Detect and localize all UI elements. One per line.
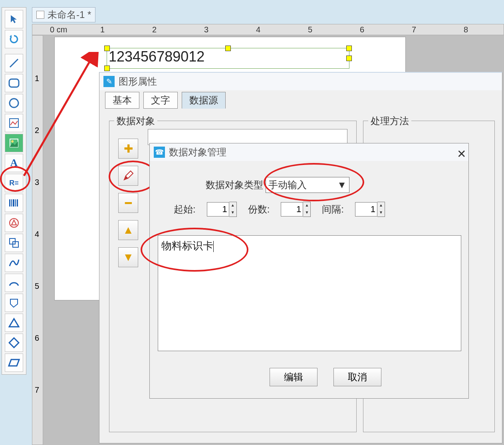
parallelogram-tool[interactable] xyxy=(5,354,23,372)
resize-handle-tm[interactable] xyxy=(225,46,231,51)
copies-label: 份数: xyxy=(248,203,270,216)
data-text-area[interactable]: 物料标识卡 xyxy=(158,235,461,351)
cancel-button[interactable]: 取消 xyxy=(333,368,381,386)
tab-text[interactable]: 文字 xyxy=(143,92,178,109)
richtext-tool[interactable]: R≡ xyxy=(5,174,23,192)
rounded-rect-tool[interactable] xyxy=(5,74,23,92)
curve-tool[interactable] xyxy=(5,254,23,272)
diamond-tool[interactable] xyxy=(5,334,23,352)
arc-tool[interactable] xyxy=(5,274,23,292)
svg-point-5 xyxy=(11,140,14,143)
group-tool[interactable] xyxy=(5,234,23,252)
start-input[interactable] xyxy=(207,202,229,217)
triangle-tool[interactable] xyxy=(5,314,23,332)
edit-button[interactable]: 编辑 xyxy=(270,368,317,386)
properties-dialog-title[interactable]: ✎ 图形属性 xyxy=(99,73,502,90)
pointer-tool[interactable] xyxy=(5,10,23,28)
shape-a-tool[interactable] xyxy=(5,214,23,232)
ruler-vertical: 1 2 3 4 5 6 7 xyxy=(32,35,43,445)
svg-rect-1 xyxy=(9,79,19,87)
ellipse-tool[interactable] xyxy=(5,94,23,112)
resize-handle-tr[interactable] xyxy=(346,46,352,51)
resize-handle-mr[interactable] xyxy=(346,56,352,61)
document-icon xyxy=(36,11,44,19)
start-spinner[interactable]: ▲▼ xyxy=(207,202,237,217)
copies-down[interactable]: ▼ xyxy=(303,209,310,217)
svg-rect-9 xyxy=(15,199,16,207)
rotate-tool[interactable] xyxy=(5,30,23,48)
text-cursor xyxy=(213,241,214,252)
line-tool[interactable] xyxy=(5,54,23,72)
manager-dialog-title[interactable]: ☎ 数据对象管理 xyxy=(150,143,468,161)
remove-data-button[interactable]: ━ xyxy=(118,193,138,213)
start-down[interactable]: ▼ xyxy=(229,209,236,217)
copies-up[interactable]: ▲ xyxy=(303,202,310,209)
polygon-tool[interactable] xyxy=(5,294,23,312)
group-data-legend: 数据对象 xyxy=(114,115,157,127)
interval-up[interactable]: ▲ xyxy=(377,202,385,209)
tab-datasource[interactable]: 数据源 xyxy=(182,92,226,109)
type-label: 数据对象类型 xyxy=(206,179,263,191)
ruler-unit: 0 cm xyxy=(50,25,67,34)
svg-rect-10 xyxy=(17,199,18,207)
start-label: 起始: xyxy=(174,203,196,216)
barcode-tool[interactable] xyxy=(5,194,23,212)
edit-data-button[interactable] xyxy=(118,166,138,186)
type-select[interactable]: 手动输入 ▼ xyxy=(266,177,349,193)
ruler-horizontal: 0 cm 1 2 3 4 5 6 7 8 xyxy=(32,24,504,35)
svg-rect-8 xyxy=(13,199,14,207)
group-method-legend: 处理方法 xyxy=(368,115,411,127)
text-tool[interactable]: A xyxy=(5,154,23,172)
left-toolbar: A R≡ xyxy=(2,7,26,375)
close-button[interactable]: ✕ xyxy=(457,147,466,161)
image-frame-tool[interactable] xyxy=(5,114,23,132)
tab-basic[interactable]: 基本 xyxy=(105,92,139,109)
svg-rect-7 xyxy=(11,199,12,207)
interval-input[interactable] xyxy=(355,202,377,217)
image-tool[interactable] xyxy=(5,134,23,152)
selected-text-object[interactable]: 123456789012 xyxy=(107,48,349,69)
interval-down[interactable]: ▼ xyxy=(377,209,385,217)
properties-icon: ✎ xyxy=(103,76,115,87)
interval-spinner[interactable]: ▲▼ xyxy=(355,202,385,217)
data-object-list[interactable] xyxy=(148,129,347,145)
resize-handle-bl[interactable] xyxy=(104,66,110,71)
svg-rect-6 xyxy=(9,199,10,207)
document-tab[interactable]: 未命名-1 * xyxy=(32,7,95,22)
svg-line-0 xyxy=(10,59,18,67)
chevron-down-icon: ▼ xyxy=(337,179,347,191)
copies-input[interactable] xyxy=(281,202,303,217)
document-title: 未命名-1 * xyxy=(48,8,91,21)
add-data-button[interactable]: ✚ xyxy=(118,139,138,159)
move-down-button[interactable]: ▼ xyxy=(118,247,138,267)
move-up-button[interactable]: ▲ xyxy=(118,220,138,240)
copies-spinner[interactable]: ▲▼ xyxy=(281,202,311,217)
start-up[interactable]: ▲ xyxy=(229,202,236,209)
resize-handle-tl[interactable] xyxy=(104,46,110,51)
data-manager-dialog: ☎ 数据对象管理 ✕ 数据对象类型 手动输入 ▼ 起始: ▲▼ 份数: ▲▼ 间… xyxy=(149,143,469,399)
interval-label: 间隔: xyxy=(322,203,344,216)
manager-icon: ☎ xyxy=(154,147,165,158)
svg-point-2 xyxy=(10,99,18,107)
